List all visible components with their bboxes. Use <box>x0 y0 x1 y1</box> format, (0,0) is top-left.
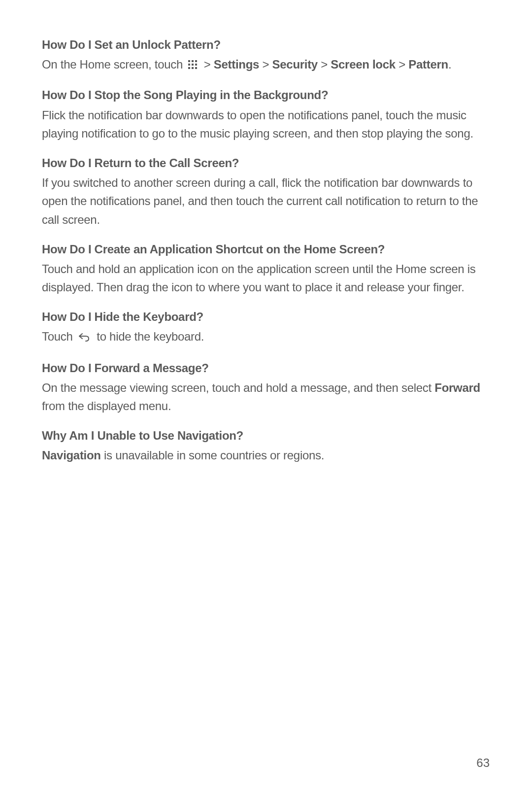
text-fragment: On the message viewing screen, touch and… <box>42 381 434 394</box>
faq-heading-call-screen: How Do I Return to the Call Screen? <box>42 155 490 171</box>
path-settings: Settings <box>214 58 259 71</box>
faq-heading-hide-keyboard: How Do I Hide the Keyboard? <box>42 309 490 324</box>
term-navigation: Navigation <box>42 449 101 462</box>
text-fragment: > <box>321 58 331 71</box>
faq-body-call-screen: If you switched to another screen during… <box>42 173 490 229</box>
faq-body-hide-keyboard: Touch to hide the keyboard. <box>42 327 490 347</box>
faq-heading-navigation: Why Am I Unable to Use Navigation? <box>42 428 490 443</box>
text-fragment: > <box>399 58 408 71</box>
page-content: How Do I Set an Unlock Pattern? On the H… <box>42 37 490 465</box>
faq-body-forward-message: On the message viewing screen, touch and… <box>42 379 490 415</box>
text-fragment: Touch <box>42 330 76 343</box>
back-icon <box>78 329 91 347</box>
faq-heading-app-shortcut: How Do I Create an Application Shortcut … <box>42 242 490 257</box>
svg-rect-1 <box>192 60 194 62</box>
faq-heading-unlock-pattern: How Do I Set an Unlock Pattern? <box>42 37 490 52</box>
svg-rect-0 <box>188 60 190 62</box>
faq-body-stop-song: Flick the notification bar downwards to … <box>42 106 490 142</box>
faq-body-navigation: Navigation is unavailable in some countr… <box>42 446 490 464</box>
path-pattern: Pattern <box>408 58 448 71</box>
apps-grid-icon <box>188 56 198 74</box>
svg-rect-3 <box>188 64 190 66</box>
text-fragment: > <box>262 58 272 71</box>
faq-body-app-shortcut: Touch and hold an application icon on th… <box>42 260 490 296</box>
text-fragment: from the displayed menu. <box>42 399 171 413</box>
path-security: Security <box>272 58 318 71</box>
faq-heading-forward-message: How Do I Forward a Message? <box>42 360 490 376</box>
faq-body-unlock-pattern: On the Home screen, touch > Settings > S… <box>42 55 490 74</box>
svg-rect-6 <box>188 67 190 69</box>
page-number: 63 <box>476 756 490 770</box>
svg-rect-7 <box>192 67 194 69</box>
text-fragment: . <box>448 58 451 71</box>
svg-rect-8 <box>195 67 197 69</box>
svg-rect-5 <box>195 64 197 66</box>
svg-rect-4 <box>192 64 194 66</box>
text-fragment: On the Home screen, touch <box>42 58 186 71</box>
text-fragment: > <box>204 58 214 71</box>
path-screen-lock: Screen lock <box>331 58 395 71</box>
text-fragment: is unavailable in some countries or regi… <box>104 449 324 462</box>
text-fragment: to hide the keyboard. <box>97 330 204 343</box>
svg-rect-2 <box>195 60 197 62</box>
faq-heading-stop-song: How Do I Stop the Song Playing in the Ba… <box>42 87 490 103</box>
menu-forward: Forward <box>434 381 480 394</box>
